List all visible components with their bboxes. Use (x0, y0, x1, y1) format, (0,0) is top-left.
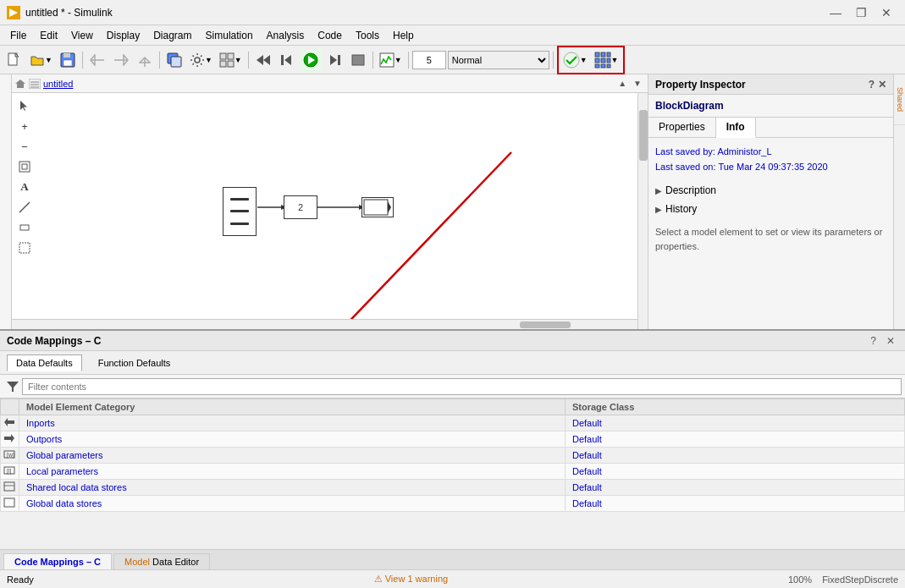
svg-rect-18 (220, 61, 226, 67)
restore-button[interactable]: ❐ (849, 4, 873, 21)
gear-button[interactable]: ▼ (187, 49, 215, 71)
tab-data-defaults[interactable]: Data Defaults (7, 354, 82, 371)
zoom-out-tool[interactable]: − (15, 137, 34, 156)
menu-analysis[interactable]: Analysis (260, 28, 312, 43)
svg-marker-21 (263, 55, 270, 65)
right-sidebar: Shared (893, 74, 905, 329)
row-category-4[interactable]: Shared local data stores (19, 480, 566, 496)
area-tool[interactable] (15, 239, 34, 257)
menu-help[interactable]: Help (386, 28, 421, 43)
property-close-button[interactable]: ✕ (878, 79, 886, 91)
svg-text:[l]: [l] (7, 468, 12, 475)
rewind-button[interactable] (252, 49, 274, 71)
bottom-panel-controls: ? ✕ (867, 335, 898, 347)
row-category-5[interactable]: Global data stores (19, 496, 566, 512)
row-category-0[interactable]: Inports (19, 415, 566, 431)
history-toggle[interactable]: ▶ History (655, 200, 886, 218)
warning-icon: ⚠ (374, 574, 383, 584)
history-arrow: ▶ (655, 205, 662, 214)
outport-block[interactable] (361, 196, 395, 218)
code-mappings-header: Code Mappings – C ? ✕ (0, 331, 905, 351)
fit-tool[interactable] (15, 157, 34, 176)
description-arrow: ▶ (655, 186, 662, 195)
table-row: Shared local data stores Default (1, 480, 905, 496)
step-back-button[interactable] (276, 49, 298, 71)
canvas-hscrollbar[interactable] (12, 319, 637, 329)
save-button[interactable] (57, 49, 79, 71)
step-size-input[interactable]: 5 (412, 51, 446, 69)
svg-rect-48 (20, 225, 29, 230)
menu-tools[interactable]: Tools (349, 28, 386, 43)
tab-properties[interactable]: Properties (648, 118, 716, 137)
row-storage-1[interactable]: Default (565, 431, 904, 448)
row-storage-4[interactable]: Default (565, 480, 904, 496)
row-storage-0[interactable]: Default (565, 415, 904, 431)
property-inspector-header: Property Inspector ? ✕ (648, 74, 893, 95)
grid-button[interactable]: ▼ (217, 49, 245, 71)
svg-rect-39 (607, 64, 610, 68)
menu-display[interactable]: Display (100, 28, 146, 43)
row-storage-5[interactable]: Default (565, 496, 904, 512)
table-row: Global data stores Default (1, 496, 905, 512)
filter-input[interactable] (22, 378, 902, 395)
panel-help-button[interactable]: ? (867, 335, 880, 347)
tab-info[interactable]: Info (716, 118, 756, 138)
line-tool[interactable] (15, 198, 34, 217)
svg-rect-14 (171, 57, 181, 67)
copy-model-button[interactable] (163, 49, 185, 71)
menu-edit[interactable]: Edit (33, 28, 64, 43)
open-dropdown[interactable]: ▼ (27, 49, 55, 71)
step-forward-button[interactable] (323, 49, 345, 71)
description-toggle[interactable]: ▶ Description (655, 181, 886, 200)
warning-status[interactable]: ⚠ View 1 warning (374, 574, 448, 585)
breadcrumb-dropdown[interactable]: ▼ (631, 79, 644, 88)
btab-code-mappings[interactable]: Code Mappings – C (3, 553, 112, 569)
up-button[interactable] (134, 49, 156, 71)
canvas-area[interactable]: + − A (12, 93, 648, 329)
grid-layout-button[interactable]: ▼ (592, 49, 621, 71)
zoom-in-tool[interactable]: + (15, 117, 34, 135)
btab-model-data[interactable]: Model Data Editor (113, 553, 210, 569)
separator-2 (159, 52, 160, 69)
breadcrumb-collapse[interactable]: ▲ (615, 79, 629, 88)
panel-close-button[interactable]: ✕ (883, 335, 898, 347)
description-section: ▶ Description ▶ History (655, 181, 886, 218)
new-button[interactable] (3, 49, 25, 71)
select-tool[interactable] (15, 96, 34, 115)
col-category: Model Element Category (19, 399, 566, 415)
back-button[interactable] (86, 49, 108, 71)
check-button[interactable]: ▼ (560, 49, 590, 71)
forward-button[interactable] (110, 49, 132, 71)
left-sidebar (0, 74, 12, 329)
row-storage-3[interactable]: Default (565, 464, 904, 480)
row-category-1[interactable]: Outports (19, 431, 566, 448)
text-tool[interactable]: A (15, 178, 34, 196)
canvas-vscrollbar[interactable] (637, 93, 648, 329)
filter-icon-button[interactable] (3, 377, 22, 396)
row-category-2[interactable]: Global parameters (19, 448, 566, 464)
menu-diagram[interactable]: Diagram (146, 28, 198, 43)
mux-block[interactable] (222, 186, 257, 237)
play-button[interactable] (300, 49, 322, 71)
port-tool[interactable] (15, 218, 34, 237)
row-category-3[interactable]: Local parameters (19, 464, 566, 480)
menu-file[interactable]: File (3, 28, 33, 43)
minimize-button[interactable]: — (824, 4, 847, 21)
gain-block[interactable]: 2 (283, 195, 318, 220)
table-row: Inports Default (1, 415, 905, 431)
row-storage-2[interactable]: Default (565, 448, 904, 464)
svg-marker-40 (15, 80, 25, 88)
menu-simulation[interactable]: Simulation (199, 28, 260, 43)
close-button[interactable]: ✕ (875, 4, 898, 21)
menu-view[interactable]: View (64, 28, 100, 43)
svg-rect-23 (281, 55, 284, 65)
tab-function-defaults[interactable]: Function Defaults (89, 354, 180, 371)
simulation-mode-select[interactable]: Normal Accelerator Rapid Accelerator (448, 51, 549, 69)
menu-code[interactable]: Code (311, 28, 349, 43)
sidebar-shared[interactable]: Shared (894, 74, 905, 125)
property-help-button[interactable]: ? (869, 79, 875, 91)
separator-3 (248, 52, 249, 69)
scope-button[interactable]: ▼ (377, 49, 405, 71)
stop-button[interactable] (347, 49, 369, 71)
separator-5 (408, 52, 409, 69)
